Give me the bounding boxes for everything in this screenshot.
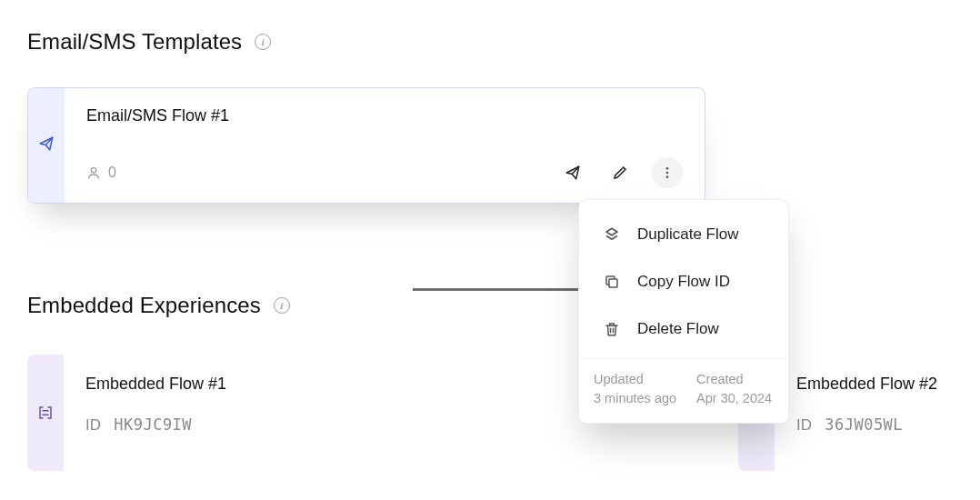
- card-footer: 0: [86, 157, 683, 188]
- svg-point-3: [666, 175, 669, 178]
- copy-icon: [603, 274, 621, 290]
- embed-icon: [37, 405, 54, 421]
- section-header-embedded: Embedded Experiences i: [27, 293, 290, 318]
- menu-item-duplicate[interactable]: Duplicate Flow: [579, 211, 788, 258]
- annotation-arrow-line: [413, 288, 590, 291]
- info-icon[interactable]: i: [255, 34, 271, 50]
- meta-label: Created: [696, 370, 772, 389]
- card-side-strip: [28, 88, 65, 203]
- id-label: ID: [85, 416, 101, 434]
- trash-icon: [603, 321, 621, 337]
- id-value: 36JW05WL: [825, 415, 903, 434]
- send-icon: [38, 135, 55, 155]
- svg-point-1: [666, 167, 669, 170]
- menu-label: Duplicate Flow: [637, 225, 739, 244]
- menu-label: Copy Flow ID: [637, 273, 730, 291]
- meta-created: Created Apr 30, 2024: [696, 370, 772, 408]
- send-button[interactable]: [557, 157, 588, 188]
- card-side-strip: [27, 355, 64, 471]
- email-sms-flow-card[interactable]: Email/SMS Flow #1 0: [27, 87, 705, 204]
- meta-value: 3 minutes ago: [594, 389, 676, 408]
- duplicate-icon: [603, 226, 621, 243]
- card-body: Email/SMS Flow #1 0: [65, 88, 705, 203]
- card-body: Embedded Flow #2 ID 36JW05WL: [775, 355, 975, 471]
- flow-title: Embedded Flow #2: [796, 375, 953, 394]
- menu-meta: Updated 3 minutes ago Created Apr 30, 20…: [579, 359, 788, 423]
- id-value: HK9JC9IW: [114, 415, 192, 434]
- edit-button[interactable]: [605, 157, 635, 188]
- svg-rect-4: [609, 279, 617, 287]
- info-icon[interactable]: i: [274, 297, 290, 314]
- meta-updated: Updated 3 minutes ago: [594, 370, 676, 408]
- flow-more-menu: Duplicate Flow Copy Flow ID Delete Flow …: [578, 199, 789, 424]
- svg-point-2: [666, 172, 669, 175]
- section-title: Embedded Experiences: [27, 293, 261, 318]
- flow-id: ID 36JW05WL: [796, 415, 953, 435]
- meta-label: Updated: [594, 370, 676, 389]
- id-label: ID: [796, 416, 812, 434]
- audience-count: 0: [86, 165, 116, 181]
- section-header-email-sms: Email/SMS Templates i: [27, 29, 271, 55]
- meta-value: Apr 30, 2024: [696, 389, 772, 408]
- user-icon: [86, 165, 101, 180]
- menu-item-copy-id[interactable]: Copy Flow ID: [579, 258, 788, 305]
- card-actions: [557, 157, 683, 188]
- audience-count-value: 0: [108, 165, 116, 181]
- menu-item-delete[interactable]: Delete Flow: [579, 305, 788, 353]
- flow-title: Email/SMS Flow #1: [86, 106, 683, 125]
- more-menu-button[interactable]: [652, 157, 683, 188]
- section-title: Email/SMS Templates: [27, 29, 242, 55]
- svg-point-0: [91, 168, 95, 173]
- menu-label: Delete Flow: [637, 320, 719, 338]
